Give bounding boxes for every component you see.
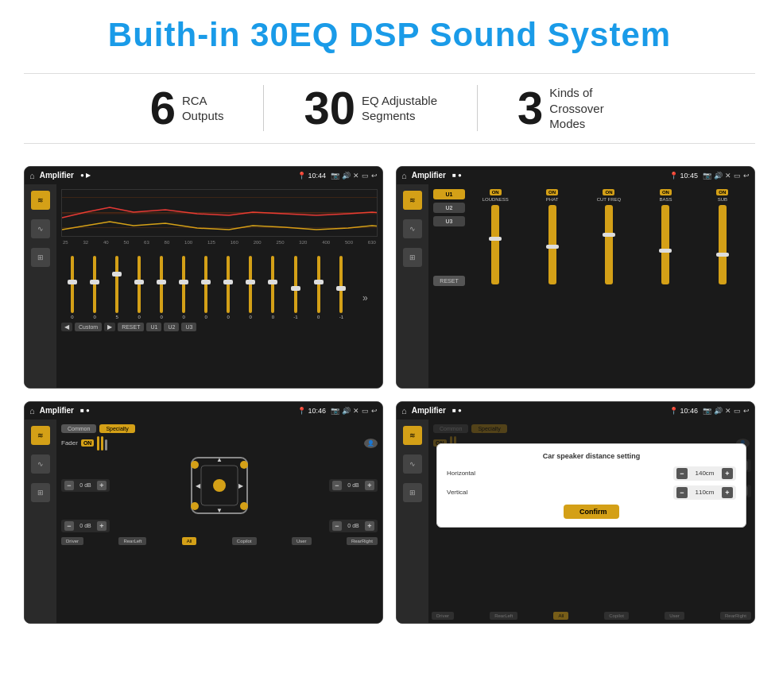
db-plus-4[interactable]: + bbox=[365, 521, 374, 531]
cv-cutfreq-on[interactable]: ON bbox=[603, 189, 614, 195]
cv-phat-on[interactable]: ON bbox=[546, 189, 558, 195]
cv-filter-icon[interactable]: ≋ bbox=[403, 191, 422, 210]
fader-mini-slider-1[interactable] bbox=[97, 436, 99, 451]
fader-speaker-icon[interactable]: ⊞ bbox=[31, 483, 50, 502]
cv-loudness-on[interactable]: ON bbox=[490, 189, 502, 195]
cv-bass-on[interactable]: ON bbox=[660, 189, 672, 195]
dlg-home-icon[interactable]: ⌂ bbox=[401, 406, 407, 416]
stats-row: 6 RCAOutputs 30 EQ AdjustableSegments 3 … bbox=[24, 73, 755, 144]
eq-slider-4[interactable]: 0 bbox=[138, 256, 141, 319]
cv-wave-icon[interactable]: ∿ bbox=[403, 219, 422, 238]
eq-home-icon[interactable]: ⌂ bbox=[29, 171, 35, 180]
dlg-wave-icon[interactable]: ∿ bbox=[403, 454, 422, 474]
cv-close-icon[interactable]: ✕ bbox=[725, 172, 731, 180]
dlg-bg-tabs: Common Specialty bbox=[433, 424, 750, 433]
back-icon[interactable]: ↩ bbox=[371, 172, 378, 180]
close-icon[interactable]: ✕ bbox=[353, 172, 359, 180]
eq-slider-6[interactable]: 0 bbox=[182, 256, 185, 319]
eq-band-labels: 2532405063 80100125160200 25032040050063… bbox=[61, 240, 378, 245]
fader-specialty-tab[interactable]: Specialty bbox=[99, 424, 134, 433]
fader-all-btn[interactable]: All bbox=[182, 537, 197, 545]
cv-sub-on[interactable]: ON bbox=[716, 189, 728, 195]
fader-home-icon[interactable]: ⌂ bbox=[29, 406, 35, 416]
eq-speaker-icon[interactable]: ⊞ bbox=[31, 248, 50, 267]
eq-next-btn[interactable]: ▶ bbox=[104, 323, 115, 331]
cv-window-icon[interactable]: ▭ bbox=[734, 172, 741, 180]
fader-rearright-btn[interactable]: RearRight bbox=[347, 537, 378, 545]
eq-slider-12[interactable]: 0 bbox=[317, 256, 320, 319]
eq-slider-5[interactable]: 0 bbox=[160, 256, 163, 319]
eq-slider-2[interactable]: 0 bbox=[93, 256, 96, 319]
confirm-button[interactable]: Confirm bbox=[564, 505, 619, 519]
horizontal-value: 140cm bbox=[691, 470, 719, 477]
db-plus-1[interactable]: + bbox=[97, 481, 107, 490]
dlg-close-icon[interactable]: ✕ bbox=[725, 407, 731, 415]
cv-reset-btn[interactable]: RESET bbox=[433, 276, 465, 286]
cv-back-icon[interactable]: ↩ bbox=[743, 172, 750, 180]
window-icon[interactable]: ▭ bbox=[362, 172, 369, 180]
fader-filter-icon[interactable]: ≋ bbox=[31, 426, 50, 445]
eq-filter-icon[interactable]: ≋ bbox=[31, 191, 50, 210]
eq-wave-icon[interactable]: ∿ bbox=[31, 219, 50, 238]
fader-rearleft-btn[interactable]: RearLeft bbox=[118, 537, 146, 545]
dlg-back-icon[interactable]: ↩ bbox=[743, 407, 750, 415]
cv-loudness-slider[interactable] bbox=[491, 205, 499, 284]
eq-u3-btn[interactable]: U3 bbox=[181, 323, 196, 331]
cv-bass-slider[interactable] bbox=[661, 205, 669, 284]
speaker-layout: − 0 dB + bbox=[61, 454, 378, 532]
eq-custom-btn[interactable]: Custom bbox=[75, 323, 102, 331]
dlg-filter-icon[interactable]: ≋ bbox=[403, 426, 422, 445]
fader-user-btn[interactable]: User bbox=[292, 537, 312, 545]
dlg-camera-icon: 📷 bbox=[703, 407, 711, 415]
eq-slider-9[interactable]: 0 bbox=[249, 256, 252, 319]
cv-cutfreq-slider[interactable] bbox=[605, 205, 613, 284]
eq-slider-expand[interactable]: » bbox=[362, 292, 368, 319]
eq-prev-btn[interactable]: ◀ bbox=[61, 323, 72, 331]
fader-avatar-icon[interactable]: 👤 bbox=[364, 439, 378, 448]
dlg-speaker-icon[interactable]: ⊞ bbox=[403, 483, 422, 502]
cv-topbar: ⌂ Amplifier ■ ● 📍 10:45 📷 🔊 ✕ ▭ ↩ bbox=[397, 167, 754, 184]
vertical-minus-btn[interactable]: − bbox=[676, 487, 688, 498]
fader-on-badge[interactable]: ON bbox=[81, 439, 95, 447]
cv-sub-slider[interactable] bbox=[719, 205, 727, 284]
vertical-plus-btn[interactable]: + bbox=[722, 487, 733, 498]
db-minus-3[interactable]: − bbox=[64, 521, 74, 531]
cv-u1-btn[interactable]: U1 bbox=[433, 189, 465, 199]
horizontal-minus-btn[interactable]: − bbox=[676, 468, 688, 479]
eq-u2-btn[interactable]: U2 bbox=[164, 323, 179, 331]
eq-slider-3[interactable]: 5 bbox=[115, 256, 118, 319]
cv-u2-btn[interactable]: U2 bbox=[433, 203, 465, 213]
cv-speaker-icon[interactable]: ⊞ bbox=[403, 248, 422, 267]
fader-close-icon[interactable]: ✕ bbox=[353, 407, 359, 415]
eq-slider-10[interactable]: 0 bbox=[271, 256, 274, 319]
fader-time: 📍 10:46 bbox=[297, 407, 326, 415]
db-plus-2[interactable]: + bbox=[365, 481, 374, 490]
cv-time: 📍 10:45 bbox=[669, 172, 698, 180]
eq-slider-8[interactable]: 0 bbox=[227, 256, 230, 319]
fader-mini-slider-3[interactable] bbox=[105, 439, 107, 451]
eq-reset-btn[interactable]: RESET bbox=[118, 323, 144, 331]
stat-crossover-label: Kinds ofCrossover Modes bbox=[549, 85, 629, 132]
eq-slider-1[interactable]: 0 bbox=[71, 256, 74, 319]
eq-slider-11[interactable]: -1 bbox=[293, 256, 297, 319]
fader-window-icon[interactable]: ▭ bbox=[362, 407, 369, 415]
fader-mini-slider-2[interactable] bbox=[101, 436, 103, 451]
cv-phat-slider[interactable] bbox=[548, 205, 556, 284]
db-plus-3[interactable]: + bbox=[97, 521, 107, 531]
db-minus-4[interactable]: − bbox=[332, 521, 342, 531]
db-minus-2[interactable]: − bbox=[332, 481, 342, 490]
horizontal-plus-btn[interactable]: + bbox=[722, 468, 733, 479]
cv-home-icon[interactable]: ⌂ bbox=[401, 171, 407, 180]
fader-copilot-btn[interactable]: Copilot bbox=[232, 537, 257, 545]
eq-u1-btn[interactable]: U1 bbox=[146, 323, 161, 331]
fader-common-tab[interactable]: Common bbox=[61, 424, 96, 433]
eq-slider-7[interactable]: 0 bbox=[204, 256, 207, 319]
eq-slider-13[interactable]: -1 bbox=[339, 256, 343, 319]
dlg-window-icon[interactable]: ▭ bbox=[734, 407, 741, 415]
fader-back-icon[interactable]: ↩ bbox=[371, 407, 378, 415]
dlg-content: Common Specialty ON 👤 bbox=[428, 420, 754, 623]
fader-wave-icon[interactable]: ∿ bbox=[31, 454, 50, 474]
fader-driver-btn[interactable]: Driver bbox=[61, 537, 83, 545]
db-minus-1[interactable]: − bbox=[64, 481, 74, 490]
cv-u3-btn[interactable]: U3 bbox=[433, 216, 465, 226]
